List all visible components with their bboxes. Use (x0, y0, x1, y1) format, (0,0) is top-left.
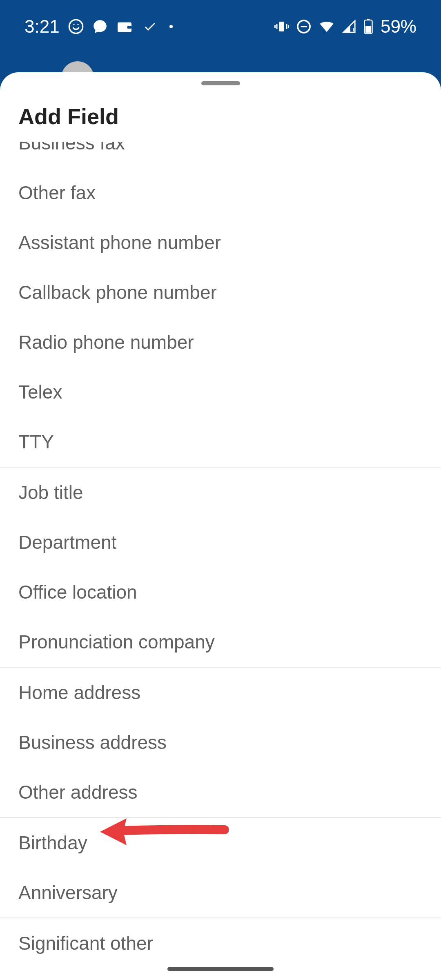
svg-rect-2 (127, 26, 131, 29)
dot-icon: • (169, 20, 174, 33)
nav-handle[interactable] (167, 967, 274, 971)
list-item-other-fax[interactable]: Other fax (0, 168, 441, 218)
list-item-label: Assistant phone number (18, 232, 221, 253)
list-item-label: Anniversary (18, 882, 118, 903)
list-item-anniversary[interactable]: Anniversary (0, 868, 441, 918)
list-item-tty[interactable]: TTY (0, 417, 441, 467)
signal-icon: ! (342, 20, 356, 33)
list-item-business-fax[interactable]: Business fax (0, 142, 441, 168)
drag-handle[interactable] (201, 81, 240, 85)
list-item-telex[interactable]: Telex (0, 367, 441, 417)
list-item-label: Significant other (18, 933, 153, 954)
list-item-job-title[interactable]: Job title (0, 468, 441, 517)
list-item-department[interactable]: Department (0, 517, 441, 567)
svg-rect-13 (365, 26, 371, 33)
battery-icon (363, 19, 373, 34)
list-item-label: Home address (18, 682, 140, 703)
list-item-home-address[interactable]: Home address (0, 668, 441, 717)
list-item-significant-other[interactable]: Significant other (0, 918, 441, 968)
status-time: 3:21 (24, 16, 60, 37)
list-item-birthday[interactable]: Birthday (0, 818, 441, 868)
list-item-other-address[interactable]: Other address (0, 767, 441, 817)
sheet-title: Add Field (0, 85, 441, 145)
add-field-sheet: Add Field Business fax Other fax Assista… (0, 72, 441, 980)
dnd-icon (296, 19, 311, 34)
list-item-label: Business fax (18, 142, 125, 154)
list-item-label: Other address (18, 782, 137, 803)
svg-rect-12 (367, 19, 370, 20)
list-item-label: Birthday (18, 832, 87, 853)
list-item-radio-phone[interactable]: Radio phone number (0, 317, 441, 367)
whatsapp-icon (68, 18, 84, 35)
chat-icon (92, 19, 108, 34)
checkmark-icon (141, 20, 158, 33)
list-item-business-address[interactable]: Business address (0, 717, 441, 767)
list-item-label: Business address (18, 732, 167, 753)
list-item-label: Office location (18, 581, 137, 603)
vibrate-icon (274, 19, 289, 34)
list-item-callback-phone[interactable]: Callback phone number (0, 267, 441, 317)
list-item-office-location[interactable]: Office location (0, 567, 441, 617)
battery-percent: 59% (381, 16, 416, 37)
list-item-assistant-phone[interactable]: Assistant phone number (0, 218, 441, 267)
list-item-label: Department (18, 532, 116, 553)
wifi-icon (318, 20, 335, 33)
status-bar: 3:21 • (0, 0, 441, 53)
svg-point-0 (69, 20, 82, 33)
list-item-label: TTY (18, 431, 54, 452)
status-right: ! 59% (274, 16, 416, 37)
field-list[interactable]: Business fax Other fax Assistant phone n… (0, 142, 441, 980)
status-left: 3:21 • (24, 16, 173, 37)
wallet-icon (116, 20, 133, 33)
list-item-label: Callback phone number (18, 282, 217, 303)
svg-rect-3 (279, 22, 284, 31)
list-item-label: Other fax (18, 182, 96, 203)
list-item-label: Job title (18, 482, 83, 503)
svg-text:!: ! (352, 27, 354, 33)
list-item-pronunciation-company[interactable]: Pronunciation company (0, 617, 441, 667)
list-item-label: Pronunciation company (18, 631, 215, 653)
list-item-label: Radio phone number (18, 332, 194, 353)
list-item-label: Telex (18, 381, 62, 403)
